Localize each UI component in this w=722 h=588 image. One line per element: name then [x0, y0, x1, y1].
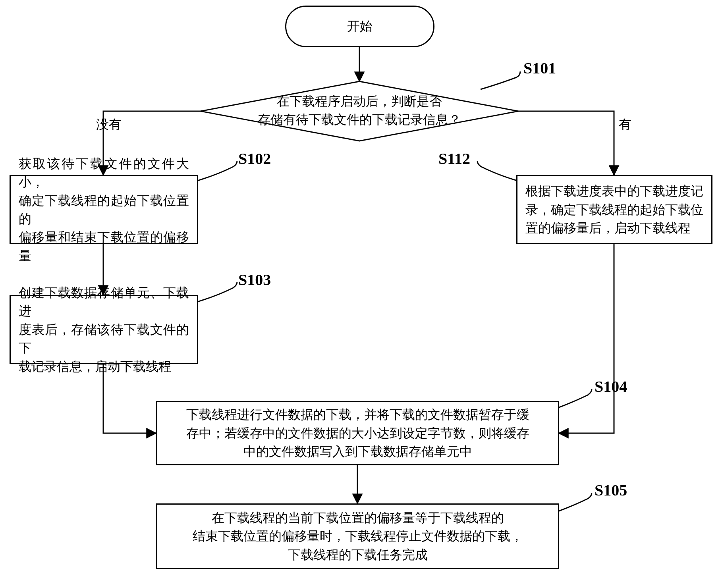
label-s103: S103 — [238, 270, 271, 289]
label-s112: S112 — [438, 149, 470, 168]
decision-node: 在下载程序启动后，判断是否 存储有待下载文件的下载记录信息？ — [240, 92, 479, 129]
label-s101: S101 — [523, 59, 556, 77]
s104-text: 下载线程进行文件数据的下载，并将下载的文件数据暂存于缓 存中；若缓存中的文件数据… — [186, 405, 529, 461]
decision-line2: 存储有待下载文件的下载记录信息？ — [240, 110, 479, 129]
s112-text: 根据下载进度表中的下载进度记 录，确定下载线程的起始下载位 置的偏移量后，启动下… — [525, 182, 703, 237]
s112-box: 根据下载进度表中的下载进度记 录，确定下载线程的起始下载位 置的偏移量后，启动下… — [516, 175, 712, 244]
label-s102: S102 — [238, 149, 271, 168]
label-s104: S104 — [595, 377, 627, 396]
label-s105: S105 — [595, 481, 627, 499]
s102-box: 获取该待下载文件的文件大小， 确定下载线程的起始下载位置的 偏移量和结束下载位置… — [10, 175, 198, 244]
s103-box: 创建下载数据存储单元、下载进 度表后，存储该待下载文件的下 载记录信息，启动下载… — [10, 295, 198, 364]
edge-label-no: 没有 — [96, 116, 122, 133]
s102-text: 获取该待下载文件的文件大小， 确定下载线程的起始下载位置的 偏移量和结束下载位置… — [19, 154, 189, 265]
s105-text: 在下载线程的当前下载位置的偏移量等于下载线程的 结束下载位置的偏移量时，下载线程… — [193, 509, 523, 564]
s103-text: 创建下载数据存储单元、下载进 度表后，存储该待下载文件的下 载记录信息，启动下载… — [19, 283, 189, 376]
start-node: 开始 — [285, 6, 434, 47]
decision-line1: 在下载程序启动后，判断是否 — [240, 92, 479, 110]
start-text: 开始 — [347, 17, 373, 35]
edge-label-yes: 有 — [619, 116, 631, 133]
flowchart-canvas: 开始 在下载程序启动后，判断是否 存储有待下载文件的下载记录信息？ 没有 有 S… — [0, 0, 722, 588]
s104-box: 下载线程进行文件数据的下载，并将下载的文件数据暂存于缓 存中；若缓存中的文件数据… — [156, 401, 559, 465]
s105-box: 在下载线程的当前下载位置的偏移量等于下载线程的 结束下载位置的偏移量时，下载线程… — [156, 503, 559, 569]
